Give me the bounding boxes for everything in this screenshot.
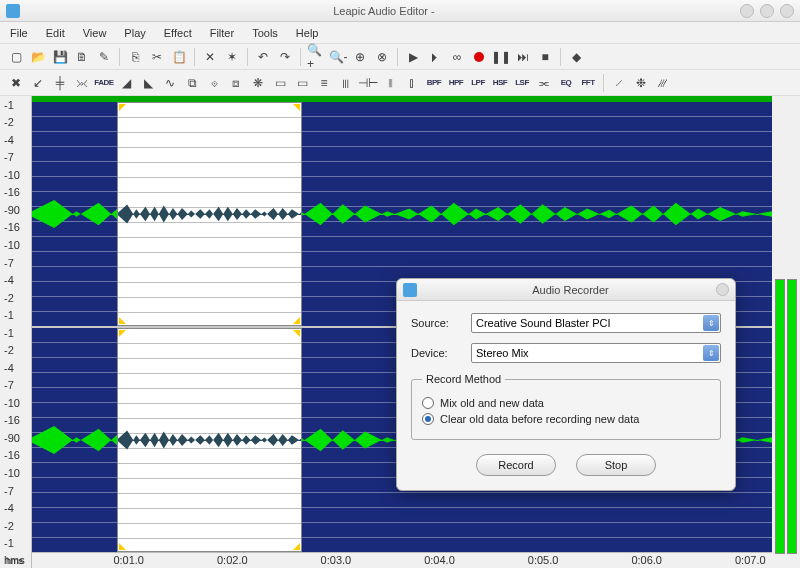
analyze-icon[interactable]: ⫻ <box>653 73 673 93</box>
db-label: -10 <box>4 239 31 251</box>
fadeout-icon[interactable]: ◣ <box>138 73 158 93</box>
new-icon[interactable]: ▢ <box>6 47 26 67</box>
selection-region[interactable] <box>117 102 302 326</box>
wand-icon[interactable]: ✎ <box>94 47 114 67</box>
redo-icon[interactable]: ↷ <box>275 47 295 67</box>
selection-region[interactable] <box>117 328 302 552</box>
app-icon <box>6 4 20 18</box>
db-label: -10 <box>4 397 31 409</box>
hpf-icon[interactable]: HPF <box>446 73 466 93</box>
eq-icon[interactable]: EQ <box>556 73 576 93</box>
vibrato-icon[interactable]: ∿ <box>160 73 180 93</box>
menu-play[interactable]: Play <box>124 27 145 39</box>
menu-effect[interactable]: Effect <box>164 27 192 39</box>
compress-icon[interactable]: ≡ <box>314 73 334 93</box>
fft-icon[interactable]: FFT <box>578 73 598 93</box>
delay-icon[interactable]: ⧉ <box>182 73 202 93</box>
fade-icon[interactable]: FADE <box>94 73 114 93</box>
db-label: -2 <box>4 116 31 128</box>
trim-icon[interactable]: ⫿ <box>402 73 422 93</box>
zoom-fit-icon[interactable]: ⊗ <box>372 47 392 67</box>
radio-clear-label: Clear old data before recording new data <box>440 413 639 425</box>
copy-icon[interactable]: ⎘ <box>125 47 145 67</box>
menu-file[interactable]: File <box>10 27 28 39</box>
crop-icon[interactable]: ✶ <box>222 47 242 67</box>
open-icon[interactable]: 📂 <box>28 47 48 67</box>
help-icon[interactable]: ◆ <box>566 47 586 67</box>
chevron-updown-icon[interactable]: ⇕ <box>703 345 719 361</box>
chevron-updown-icon[interactable]: ⇕ <box>703 315 719 331</box>
stretch-icon[interactable]: ⧈ <box>226 73 246 93</box>
zoom-out-icon[interactable]: 🔍- <box>328 47 348 67</box>
stop-button[interactable]: Stop <box>576 454 656 476</box>
db-label: -16 <box>4 449 31 461</box>
db-label: -7 <box>4 485 31 497</box>
cut-icon[interactable]: ✂ <box>147 47 167 67</box>
time-tick: 0:02.0 <box>217 554 248 566</box>
amplify-icon[interactable]: ⩙ <box>72 73 92 93</box>
dialog-titlebar[interactable]: Audio Recorder <box>397 279 735 301</box>
play-icon[interactable]: ▶ <box>403 47 423 67</box>
zoom-sel-icon[interactable]: ⊕ <box>350 47 370 67</box>
expand-icon[interactable]: ⫼ <box>336 73 356 93</box>
db-label: -16 <box>4 414 31 426</box>
db-label: -7 <box>4 257 31 269</box>
notch-icon[interactable]: ⫘ <box>534 73 554 93</box>
maximize-icon[interactable] <box>760 4 774 18</box>
normalize-icon[interactable]: ╪ <box>50 73 70 93</box>
close-icon[interactable] <box>780 4 794 18</box>
db-label: -1 <box>4 537 31 549</box>
lsf-icon[interactable]: LSF <box>512 73 532 93</box>
invert-icon[interactable]: ⊣⊢ <box>358 73 378 93</box>
menu-bar: FileEditViewPlayEffectFilterToolsHelp <box>0 22 800 44</box>
fadein-icon[interactable]: ◢ <box>116 73 136 93</box>
zoom-in-icon[interactable]: 🔍+ <box>306 47 326 67</box>
radio-icon[interactable] <box>422 413 434 425</box>
loop-icon[interactable]: ∞ <box>447 47 467 67</box>
db-label: -10 <box>4 169 31 181</box>
db-label: -90 <box>4 204 31 216</box>
menu-view[interactable]: View <box>83 27 107 39</box>
menu-edit[interactable]: Edit <box>46 27 65 39</box>
menu-tools[interactable]: Tools <box>252 27 278 39</box>
source-dropdown[interactable]: Creative Sound Blaster PCI ⇕ <box>471 313 721 333</box>
resample-icon[interactable]: ✖ <box>6 73 26 93</box>
denoise-icon[interactable]: ❉ <box>631 73 651 93</box>
save-as-icon[interactable]: 🗎 <box>72 47 92 67</box>
db-label: -4 <box>4 134 31 146</box>
record-icon[interactable] <box>469 47 489 67</box>
stop-icon[interactable]: ■ <box>535 47 555 67</box>
menu-filter[interactable]: Filter <box>210 27 234 39</box>
pitch-icon[interactable]: ⟐ <box>204 73 224 93</box>
lpf-icon[interactable]: LPF <box>468 73 488 93</box>
dialog-close-icon[interactable] <box>716 283 729 296</box>
menu-help[interactable]: Help <box>296 27 319 39</box>
undo-icon[interactable]: ↶ <box>253 47 273 67</box>
silence-icon[interactable]: ⦀ <box>380 73 400 93</box>
pause-icon[interactable]: ❚❚ <box>491 47 511 67</box>
delete-icon[interactable]: ✕ <box>200 47 220 67</box>
reverse-icon[interactable]: ↙ <box>28 73 48 93</box>
next-icon[interactable]: ⏭ <box>513 47 533 67</box>
time-tick: 0:06.0 <box>631 554 662 566</box>
paste-icon[interactable]: 📋 <box>169 47 189 67</box>
bpf-icon[interactable]: BPF <box>424 73 444 93</box>
radio-icon[interactable] <box>422 397 434 409</box>
radio-clear-old[interactable]: Clear old data before recording new data <box>422 413 710 425</box>
record-button[interactable]: Record <box>476 454 556 476</box>
save-icon[interactable]: 💾 <box>50 47 70 67</box>
db-label: -2 <box>4 292 31 304</box>
phaser-icon[interactable]: ▭ <box>292 73 312 93</box>
db-label: -7 <box>4 379 31 391</box>
toolbar-main: ▢📂💾🗎✎⎘✂📋✕✶↶↷🔍+🔍-⊕⊗▶⏵∞❚❚⏭■◆ <box>0 44 800 70</box>
chorus-icon[interactable]: ❋ <box>248 73 268 93</box>
noise-icon[interactable]: ⟋ <box>609 73 629 93</box>
radio-mix-old-new[interactable]: Mix old and new data <box>422 397 710 409</box>
radio-mix-label: Mix old and new data <box>440 397 544 409</box>
minimize-icon[interactable] <box>740 4 754 18</box>
flanger-icon[interactable]: ▭ <box>270 73 290 93</box>
play-start-icon[interactable]: ⏵ <box>425 47 445 67</box>
device-dropdown[interactable]: Stereo Mix ⇕ <box>471 343 721 363</box>
hsf-icon[interactable]: HSF <box>490 73 510 93</box>
window-title: Leapic Audio Editor - <box>28 5 740 17</box>
